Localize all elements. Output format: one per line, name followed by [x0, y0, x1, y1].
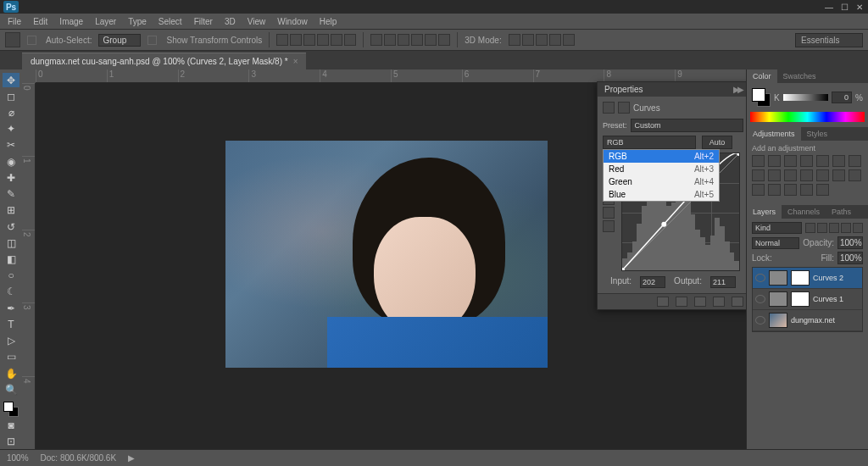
brightness-icon[interactable] — [752, 155, 765, 167]
doc-size[interactable]: Doc: 800.6K/800.6K — [41, 453, 117, 463]
workspace-dropdown[interactable]: Essentials — [795, 33, 863, 47]
history-brush-tool[interactable]: ↺ — [3, 219, 19, 234]
trash-icon[interactable] — [732, 297, 743, 307]
layer-mask-thumb[interactable] — [791, 291, 810, 307]
distribute-icon[interactable] — [411, 34, 423, 46]
close-tab-icon[interactable]: × — [293, 57, 298, 66]
menu-filter[interactable]: Filter — [188, 15, 219, 28]
marquee-tool[interactable]: ◻ — [3, 89, 19, 103]
layer-row[interactable]: Curves 2 — [753, 268, 862, 289]
align-icon[interactable] — [344, 34, 356, 46]
status-arrow-icon[interactable]: ▶ — [128, 453, 135, 463]
ruler-vertical[interactable]: 01234 — [22, 83, 36, 449]
selectivecolor-icon[interactable] — [768, 184, 781, 196]
document-tab[interactable]: dungmax.net cuu-sang-anh.psd @ 100% (Cur… — [22, 53, 306, 69]
eyedropper-tool[interactable]: ◉ — [3, 154, 19, 169]
distribute-icon[interactable] — [370, 34, 382, 46]
menu-file[interactable]: File — [2, 15, 27, 28]
properties-panel-tab[interactable]: Properties ▶▶ — [598, 82, 746, 97]
dodge-tool[interactable]: ☾ — [3, 285, 19, 299]
k-value[interactable]: 0 — [832, 92, 852, 103]
k-slider[interactable] — [783, 94, 828, 101]
gradient-tool[interactable]: ◧ — [3, 252, 19, 266]
heal-tool[interactable]: ✚ — [3, 170, 19, 185]
previous-state-icon[interactable] — [694, 297, 706, 307]
lasso-tool[interactable]: ⌀ — [3, 105, 19, 119]
exposure-icon[interactable] — [800, 155, 813, 167]
reset-icon[interactable] — [713, 297, 725, 307]
curves-icon[interactable] — [784, 155, 797, 167]
visibility-toggle[interactable] — [755, 316, 765, 325]
channel-option-blue[interactable]: BlueAlt+5 — [604, 188, 719, 201]
maximize-button[interactable]: ☐ — [839, 2, 849, 12]
opacity-value[interactable]: 100% — [837, 236, 863, 249]
vibrance-icon[interactable] — [816, 155, 829, 167]
menu-select[interactable]: Select — [153, 15, 188, 28]
show-transform-checkbox[interactable] — [147, 36, 157, 45]
pen-tool[interactable]: ✒ — [3, 301, 19, 315]
auto-button[interactable]: Auto — [702, 136, 733, 149]
clip-icon[interactable] — [657, 297, 669, 307]
layer-name[interactable]: Curves 2 — [813, 274, 843, 282]
mask-icon[interactable] — [618, 102, 630, 114]
distribute-icon[interactable] — [438, 34, 450, 46]
hand-tool[interactable]: ✋ — [3, 366, 19, 380]
fill-value[interactable]: 100% — [837, 252, 863, 264]
move-tool[interactable]: ✥ — [3, 73, 19, 87]
type-tool[interactable]: T — [3, 317, 19, 331]
input-field[interactable] — [640, 276, 665, 288]
path-tool[interactable]: ▷ — [3, 334, 19, 348]
huesat-icon[interactable] — [832, 155, 845, 167]
tab-swatches[interactable]: Swatches — [777, 69, 822, 83]
menu-help[interactable]: Help — [314, 15, 343, 28]
filter-smart-icon[interactable] — [853, 223, 863, 233]
layer-thumb[interactable] — [769, 291, 787, 307]
screenmode-tool[interactable]: ⊡ — [3, 435, 19, 449]
align-icon[interactable] — [317, 34, 329, 46]
roll-icon[interactable] — [522, 34, 534, 46]
brush-tool[interactable]: ✎ — [3, 187, 19, 202]
gradientmap-icon[interactable] — [752, 184, 765, 196]
layer-row[interactable]: Curves 1 — [753, 289, 862, 310]
menu-layer[interactable]: Layer — [89, 15, 122, 28]
layer-row[interactable]: dungmax.net — [753, 310, 862, 331]
orbit-icon[interactable] — [509, 34, 520, 46]
menu-type[interactable]: Type — [122, 15, 153, 28]
menu-edit[interactable]: Edit — [27, 15, 53, 28]
preset-dropdown[interactable]: Custom — [631, 119, 743, 132]
blend-mode-dropdown[interactable]: Normal — [752, 237, 799, 249]
align-icon[interactable] — [276, 34, 288, 46]
photofilter-icon[interactable] — [768, 169, 781, 181]
menu-view[interactable]: View — [242, 15, 272, 28]
visibility-toggle[interactable] — [755, 274, 765, 282]
tab-paths[interactable]: Paths — [826, 205, 857, 219]
gray-point-tool[interactable] — [603, 207, 615, 219]
align-icon[interactable] — [303, 34, 315, 46]
layer-name[interactable]: dungmax.net — [791, 316, 835, 325]
minimize-button[interactable]: — — [824, 2, 834, 12]
layer-thumb[interactable] — [769, 270, 787, 286]
adj-icon[interactable] — [816, 184, 829, 196]
filter-shape-icon[interactable] — [841, 223, 851, 233]
color-ramp[interactable] — [750, 112, 865, 122]
distribute-icon[interactable] — [398, 34, 409, 46]
menu-image[interactable]: Image — [53, 15, 89, 28]
pan-icon[interactable] — [536, 34, 548, 46]
bw-icon[interactable] — [752, 169, 765, 181]
tab-color[interactable]: Color — [747, 69, 777, 83]
distribute-icon[interactable] — [384, 34, 396, 46]
layer-mask-thumb[interactable] — [791, 270, 810, 286]
visibility-toggle[interactable] — [755, 295, 765, 303]
colorbal-icon[interactable] — [849, 155, 861, 167]
auto-select-checkbox[interactable] — [27, 36, 36, 45]
shape-tool[interactable]: ▭ — [3, 350, 19, 364]
auto-select-dropdown[interactable]: Group — [98, 34, 141, 47]
zoom-icon[interactable] — [563, 34, 575, 46]
channel-dropdown[interactable]: RGB — [603, 136, 696, 149]
chanmixer-icon[interactable] — [784, 169, 797, 181]
wand-tool[interactable]: ✦ — [3, 122, 19, 136]
colorlookup-icon[interactable] — [800, 169, 813, 181]
align-icon[interactable] — [331, 34, 342, 46]
foreground-background-colors[interactable] — [3, 402, 19, 416]
threshold-icon[interactable] — [849, 169, 861, 181]
